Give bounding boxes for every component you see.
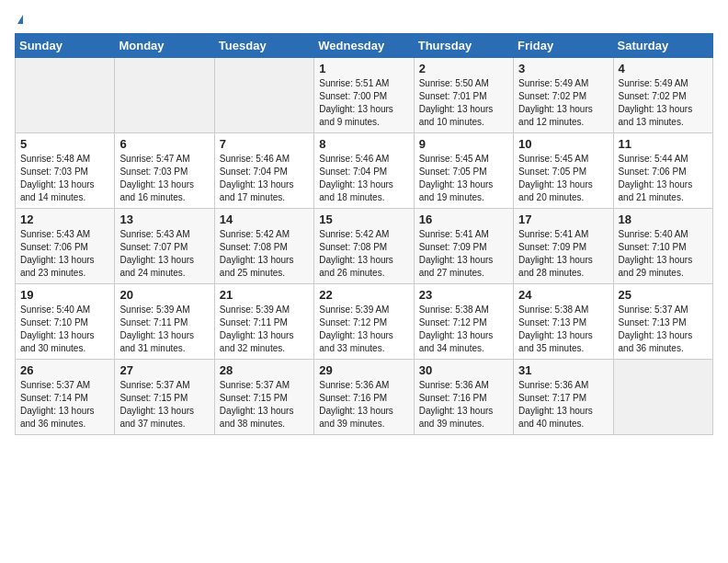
sunrise-text: Sunrise: 5:44 AM — [619, 153, 708, 166]
day-number: 5 — [20, 137, 109, 151]
day-number: 9 — [419, 137, 508, 151]
sunset-text: Sunset: 7:16 PM — [419, 392, 508, 405]
day-info: Sunrise: 5:39 AMSunset: 7:11 PMDaylight:… — [119, 304, 209, 355]
day-cell: 24Sunrise: 5:38 AMSunset: 7:13 PMDayligh… — [514, 284, 613, 360]
header-cell-thursday: Thursday — [414, 34, 513, 58]
daylight-text: Daylight: 13 hours and 35 minutes. — [518, 329, 608, 355]
week-row-5: 26Sunrise: 5:37 AMSunset: 7:14 PMDayligh… — [16, 360, 713, 435]
day-number: 29 — [319, 363, 408, 377]
day-cell — [214, 58, 313, 133]
sunset-text: Sunset: 7:13 PM — [619, 316, 708, 329]
daylight-text: Daylight: 13 hours and 40 minutes. — [518, 405, 608, 431]
sunset-text: Sunset: 7:09 PM — [419, 241, 508, 254]
day-info: Sunrise: 5:51 AMSunset: 7:00 PMDaylight:… — [319, 77, 408, 129]
sunrise-text: Sunrise: 5:45 AM — [518, 153, 608, 166]
day-number: 26 — [20, 363, 109, 377]
day-info: Sunrise: 5:47 AMSunset: 7:03 PMDaylight:… — [119, 153, 209, 204]
sunset-text: Sunset: 7:04 PM — [220, 166, 309, 178]
daylight-text: Daylight: 13 hours and 14 minutes. — [20, 178, 109, 204]
week-row-2: 5Sunrise: 5:48 AMSunset: 7:03 PMDaylight… — [16, 133, 713, 209]
day-cell: 5Sunrise: 5:48 AMSunset: 7:03 PMDaylight… — [16, 133, 115, 209]
day-cell — [613, 360, 712, 435]
day-info: Sunrise: 5:45 AMSunset: 7:05 PMDaylight:… — [518, 153, 608, 204]
sunset-text: Sunset: 7:11 PM — [220, 316, 309, 329]
sunrise-text: Sunrise: 5:42 AM — [319, 228, 408, 241]
daylight-text: Daylight: 13 hours and 12 minutes. — [518, 103, 608, 129]
daylight-text: Daylight: 13 hours and 16 minutes. — [119, 178, 209, 204]
day-cell: 23Sunrise: 5:38 AMSunset: 7:12 PMDayligh… — [414, 284, 513, 360]
daylight-text: Daylight: 13 hours and 24 minutes. — [119, 254, 209, 280]
sunset-text: Sunset: 7:10 PM — [20, 316, 109, 329]
sunset-text: Sunset: 7:07 PM — [119, 241, 209, 254]
daylight-text: Daylight: 13 hours and 23 minutes. — [20, 254, 109, 280]
day-cell — [16, 58, 115, 133]
sunset-text: Sunset: 7:15 PM — [119, 392, 209, 405]
day-number: 10 — [518, 137, 608, 151]
day-cell: 13Sunrise: 5:43 AMSunset: 7:07 PMDayligh… — [115, 209, 214, 284]
day-number: 11 — [619, 137, 708, 151]
header-row: SundayMondayTuesdayWednesdayThursdayFrid… — [16, 34, 713, 58]
sunrise-text: Sunrise: 5:46 AM — [220, 153, 309, 166]
day-number: 30 — [419, 363, 508, 377]
day-info: Sunrise: 5:40 AMSunset: 7:10 PMDaylight:… — [20, 304, 109, 355]
logo-triangle-icon — [17, 15, 23, 24]
calendar-table: SundayMondayTuesdayWednesdayThursdayFrid… — [15, 33, 713, 435]
day-number: 15 — [319, 213, 408, 226]
sunset-text: Sunset: 7:02 PM — [619, 90, 708, 103]
day-cell: 4Sunrise: 5:49 AMSunset: 7:02 PMDaylight… — [613, 58, 712, 133]
day-number: 3 — [518, 62, 608, 75]
daylight-text: Daylight: 13 hours and 9 minutes. — [319, 103, 408, 129]
week-row-1: 1Sunrise: 5:51 AMSunset: 7:00 PMDaylight… — [16, 58, 713, 133]
sunset-text: Sunset: 7:06 PM — [619, 166, 708, 178]
sunrise-text: Sunrise: 5:43 AM — [119, 228, 209, 241]
day-number: 16 — [419, 213, 508, 226]
sunrise-text: Sunrise: 5:41 AM — [419, 228, 508, 241]
sunset-text: Sunset: 7:01 PM — [419, 90, 508, 103]
day-info: Sunrise: 5:38 AMSunset: 7:12 PMDaylight:… — [419, 304, 508, 355]
day-info: Sunrise: 5:39 AMSunset: 7:12 PMDaylight:… — [319, 304, 408, 355]
day-info: Sunrise: 5:49 AMSunset: 7:02 PMDaylight:… — [518, 77, 608, 129]
day-cell: 3Sunrise: 5:49 AMSunset: 7:02 PMDaylight… — [514, 58, 613, 133]
sunrise-text: Sunrise: 5:42 AM — [220, 228, 309, 241]
daylight-text: Daylight: 13 hours and 39 minutes. — [419, 405, 508, 431]
daylight-text: Daylight: 13 hours and 33 minutes. — [319, 329, 408, 355]
sunrise-text: Sunrise: 5:37 AM — [220, 379, 309, 392]
daylight-text: Daylight: 13 hours and 20 minutes. — [518, 178, 608, 204]
daylight-text: Daylight: 13 hours and 28 minutes. — [518, 254, 608, 280]
day-number: 8 — [319, 137, 408, 151]
sunrise-text: Sunrise: 5:43 AM — [20, 228, 109, 241]
sunset-text: Sunset: 7:10 PM — [619, 241, 708, 254]
day-number: 20 — [119, 288, 209, 302]
day-info: Sunrise: 5:37 AMSunset: 7:15 PMDaylight:… — [119, 379, 209, 431]
sunset-text: Sunset: 7:08 PM — [319, 241, 408, 254]
daylight-text: Daylight: 13 hours and 29 minutes. — [619, 254, 708, 280]
sunrise-text: Sunrise: 5:49 AM — [518, 77, 608, 90]
day-cell: 9Sunrise: 5:45 AMSunset: 7:05 PMDaylight… — [414, 133, 513, 209]
sunset-text: Sunset: 7:03 PM — [119, 166, 209, 178]
day-cell: 7Sunrise: 5:46 AMSunset: 7:04 PMDaylight… — [214, 133, 313, 209]
day-info: Sunrise: 5:45 AMSunset: 7:05 PMDaylight:… — [419, 153, 508, 204]
sunrise-text: Sunrise: 5:37 AM — [619, 304, 708, 316]
daylight-text: Daylight: 13 hours and 30 minutes. — [20, 329, 109, 355]
sunrise-text: Sunrise: 5:50 AM — [419, 77, 508, 90]
day-number: 12 — [20, 213, 109, 226]
sunset-text: Sunset: 7:02 PM — [518, 90, 608, 103]
day-info: Sunrise: 5:50 AMSunset: 7:01 PMDaylight:… — [419, 77, 508, 129]
daylight-text: Daylight: 13 hours and 10 minutes. — [419, 103, 508, 129]
day-cell: 19Sunrise: 5:40 AMSunset: 7:10 PMDayligh… — [16, 284, 115, 360]
header-cell-tuesday: Tuesday — [214, 34, 313, 58]
sunset-text: Sunset: 7:17 PM — [518, 392, 608, 405]
day-info: Sunrise: 5:37 AMSunset: 7:15 PMDaylight:… — [220, 379, 309, 431]
day-info: Sunrise: 5:36 AMSunset: 7:16 PMDaylight:… — [419, 379, 508, 431]
day-cell: 28Sunrise: 5:37 AMSunset: 7:15 PMDayligh… — [214, 360, 313, 435]
day-number: 13 — [119, 213, 209, 226]
day-info: Sunrise: 5:46 AMSunset: 7:04 PMDaylight:… — [220, 153, 309, 204]
sunset-text: Sunset: 7:11 PM — [119, 316, 209, 329]
day-number: 24 — [518, 288, 608, 302]
sunset-text: Sunset: 7:05 PM — [419, 166, 508, 178]
day-cell: 26Sunrise: 5:37 AMSunset: 7:14 PMDayligh… — [16, 360, 115, 435]
sunset-text: Sunset: 7:08 PM — [220, 241, 309, 254]
day-number: 27 — [119, 363, 209, 377]
daylight-text: Daylight: 13 hours and 26 minutes. — [319, 254, 408, 280]
sunrise-text: Sunrise: 5:36 AM — [319, 379, 408, 392]
